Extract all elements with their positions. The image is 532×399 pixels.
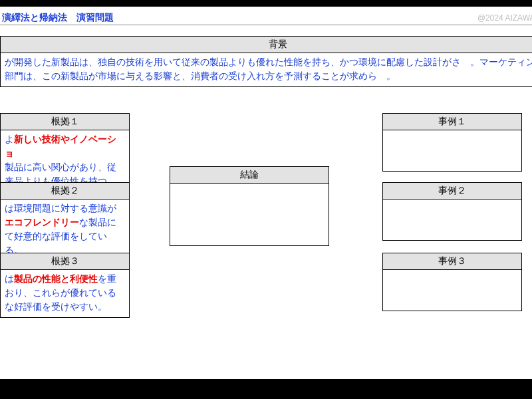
jirei-text-3 [383,270,521,275]
konkyo-box-3: 根拠３ は製品の性能と利便性を重おり、これらが優れているな好評価を受けやすい。 [0,253,130,318]
konkyo-box-2: 根拠２ は環境問題に対する意識がエコフレンドリーな製品にて好意的な評価をしている… [0,182,130,261]
conclusion-label: 結論 [170,167,329,184]
copyright-text: @2024 AIZAWA FP O [477,13,532,23]
header-bar: 演繹法と帰納法 演習問題 @2024 AIZAWA FP O [0,11,532,25]
jirei-label-3: 事例３ [383,253,521,270]
jirei-box-1: 事例１ [382,113,522,172]
jirei-box-3: 事例３ [382,253,522,311]
jirei-box-2: 事例２ [382,182,522,241]
page-title: 演繹法と帰納法 演習問題 [2,12,114,24]
konkyo-box-1: 根拠１ よ新しい技術やイノベーショ製品に高い関心があり、従来品よりも優位性を持つ… [0,113,130,192]
slide-page: 演繹法と帰納法 演習問題 @2024 AIZAWA FP O 背景 が開発した新… [0,7,532,379]
konkyo-label-1: 根拠１ [1,114,129,130]
konkyo-label-2: 根拠２ [1,183,129,200]
konkyo-3-pre: は [5,274,14,284]
background-text: が開発した新製品は、独自の技術を用いて従来の製品よりも優れた性能を持ち、かつ環境… [1,53,532,86]
konkyo-2-pre: は環境問題に対する意識が [5,203,116,213]
konkyo-3-strong: 製品の性能と利便性 [14,274,98,284]
background-label: 背景 [1,37,532,53]
konkyo-1-strong: 新しい技術やイノベーショ [5,134,116,158]
konkyo-text-2: は環境問題に対する意識がエコフレンドリーな製品にて好意的な評価をしている。 [1,200,129,261]
background-box: 背景 が開発した新製品は、独自の技術を用いて従来の製品よりも優れた性能を持ち、か… [0,36,532,87]
jirei-label-1: 事例１ [383,114,521,130]
jirei-text-2 [383,200,521,205]
konkyo-text-3: は製品の性能と利便性を重おり、これらが優れているな好評価を受けやすい。 [1,270,129,317]
conclusion-text [170,184,329,189]
konkyo-2-strong: エコフレンドリー [5,217,79,227]
konkyo-1-pre: よ [5,134,14,144]
conclusion-box: 結論 [170,166,329,246]
konkyo-label-3: 根拠３ [1,253,129,270]
jirei-label-2: 事例２ [383,183,521,200]
jirei-text-1 [383,130,521,136]
